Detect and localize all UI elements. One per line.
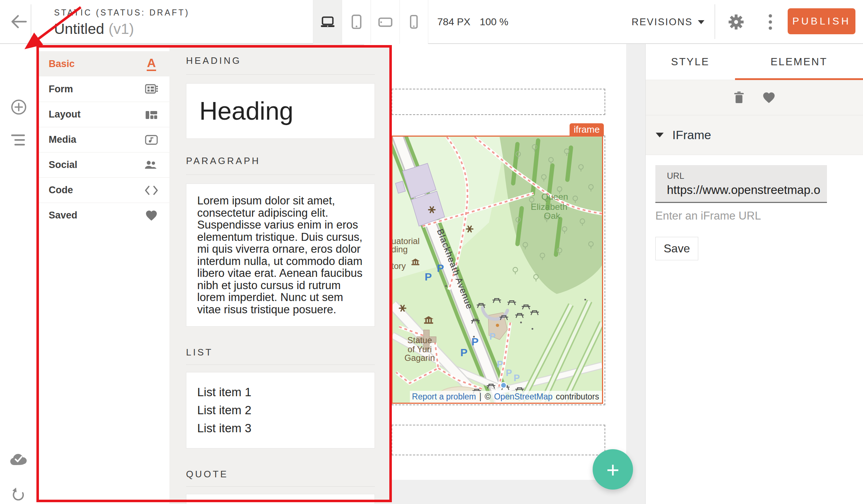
device-preview-switcher	[313, 0, 428, 44]
section-label-quote: QUOTE	[186, 469, 375, 480]
parking-marker: P	[497, 359, 503, 369]
url-field-value: https://www.openstreetmap.org/ex	[667, 183, 820, 196]
section-label-list: LIST	[186, 347, 375, 358]
tab-style[interactable]: STYLE	[646, 44, 735, 80]
category-media[interactable]: Media	[36, 127, 169, 152]
heart-icon	[144, 209, 159, 222]
save-button[interactable]: Save	[655, 237, 698, 260]
revisions-label: REVISIONS	[632, 17, 693, 28]
viewport-width-value: 784 PX	[437, 16, 470, 28]
category-form[interactable]: Form	[36, 76, 169, 102]
element-categories: Basic A Form	[36, 45, 169, 504]
map-label-statue: Gagarin	[404, 353, 435, 363]
contributors-text: contributors	[556, 392, 599, 402]
attribution-separator: |	[479, 392, 482, 402]
category-saved[interactable]: Saved	[36, 203, 169, 228]
layout-icon	[144, 108, 159, 121]
parking-marker: P	[425, 271, 432, 283]
cloud-saved-icon	[9, 452, 28, 467]
add-element-button[interactable]	[11, 99, 27, 116]
map-label-partial: tory	[393, 261, 406, 271]
parking-marker: P	[514, 373, 520, 383]
settings-button[interactable]	[725, 0, 748, 44]
group-title: IFrame	[672, 128, 711, 142]
map-label-queen: Queen	[541, 192, 568, 202]
page-status-label: STATIC (STATUS: DRAFT)	[54, 8, 190, 18]
map-label-partial: ding	[393, 244, 408, 254]
autosave-status	[9, 452, 28, 468]
collapse-caret-icon	[656, 133, 664, 137]
top-bar: STATIC (STATUS: DRAFT) Untitled(v1)	[0, 0, 863, 44]
tablet-landscape-icon	[378, 14, 393, 30]
selected-element-tag[interactable]: iframe	[570, 123, 604, 136]
favorite-element-button[interactable]	[762, 91, 776, 104]
element-actions	[646, 80, 863, 115]
inspector-tabs: STYLE ELEMENT	[646, 44, 863, 80]
device-tablet-landscape-button[interactable]	[371, 0, 399, 44]
device-tablet-button[interactable]	[342, 0, 371, 44]
iframe-settings-content: URL https://www.openstreetmap.org/ex Ent…	[646, 155, 863, 270]
add-section-fab[interactable]: +	[593, 449, 633, 490]
drop-zone-top[interactable]	[391, 89, 605, 115]
revisions-dropdown[interactable]: REVISIONS	[632, 0, 704, 44]
left-toolbar	[0, 44, 36, 504]
paragraph-element-card[interactable]: Lorem ipsum dolor sit amet, consectetur …	[186, 184, 375, 327]
more-options-button[interactable]	[759, 0, 782, 44]
list-item-preview: List item 3	[197, 419, 364, 437]
heading-element-card[interactable]: Heading	[186, 83, 375, 139]
parking-marker: P	[506, 368, 512, 378]
tab-element[interactable]: ELEMENT	[735, 44, 863, 80]
category-code[interactable]: Code	[36, 177, 169, 203]
parking-marker: P	[460, 346, 468, 358]
zoom-level-value: 100 %	[480, 16, 508, 28]
category-basic[interactable]: Basic A	[36, 51, 169, 76]
kebab-menu-icon	[769, 14, 772, 30]
page-title[interactable]: Untitled	[54, 21, 104, 37]
map-label-oak: Oak	[544, 211, 561, 221]
list-element-card[interactable]: List item 1 List item 2 List item 3	[186, 372, 375, 448]
laptop-icon	[320, 15, 336, 29]
section-label-paragraph: PARAGRAPH	[186, 155, 375, 167]
phone-icon	[407, 14, 421, 30]
device-desktop-button[interactable]	[313, 0, 342, 44]
section-divider	[186, 174, 375, 175]
undo-icon	[11, 487, 26, 502]
tablet-portrait-icon	[349, 14, 364, 30]
map-attribution: Report a problem | © OpenStreetMap contr…	[410, 391, 602, 403]
category-layout[interactable]: Layout	[36, 102, 169, 127]
code-icon	[144, 184, 159, 197]
back-arrow-icon	[10, 14, 27, 30]
gear-icon	[727, 13, 745, 31]
undo-button[interactable]	[11, 487, 26, 504]
list-lines-icon	[11, 134, 25, 147]
element-panel: Basic A Form	[36, 45, 391, 504]
form-icon	[144, 83, 159, 96]
category-social[interactable]: Social	[36, 152, 169, 177]
quote-element-card[interactable]: Block Quote	[186, 494, 375, 504]
iframe-element-map[interactable]: P P P P P P P P Queen Elizabeth Oak	[391, 136, 603, 404]
openstreetmap-link[interactable]: OpenStreetMap	[494, 392, 552, 402]
plus-circle-icon	[11, 99, 27, 115]
drop-zone-bottom[interactable]	[391, 425, 605, 455]
media-icon	[144, 133, 159, 146]
page-builder-app: STATIC (STATUS: DRAFT) Untitled(v1)	[0, 0, 863, 504]
publish-button[interactable]: PUBLISH	[788, 8, 855, 34]
page-title-block: STATIC (STATUS: DRAFT) Untitled(v1)	[54, 8, 190, 37]
page-version: (v1)	[109, 21, 134, 37]
report-problem-link[interactable]: Report a problem	[412, 392, 476, 402]
section-divider	[186, 364, 375, 365]
topbar-divider	[31, 4, 31, 39]
map-label-elizabeth: Elizabeth	[531, 202, 567, 212]
parking-marker: P	[490, 331, 496, 341]
topbar-divider	[714, 4, 715, 39]
layers-outline-button[interactable]	[11, 134, 25, 148]
back-button[interactable]	[10, 14, 27, 30]
list-item-preview: List item 2	[197, 401, 364, 419]
map-label-statue: Statue	[407, 335, 432, 345]
url-helper-text: Enter an iFrame URL	[655, 209, 853, 222]
delete-element-button[interactable]	[733, 91, 745, 105]
iframe-settings-group[interactable]: IFrame	[646, 115, 863, 155]
list-item-preview: List item 1	[197, 383, 364, 401]
device-phone-button[interactable]	[399, 0, 428, 44]
url-input[interactable]: URL https://www.openstreetmap.org/ex	[655, 165, 827, 203]
